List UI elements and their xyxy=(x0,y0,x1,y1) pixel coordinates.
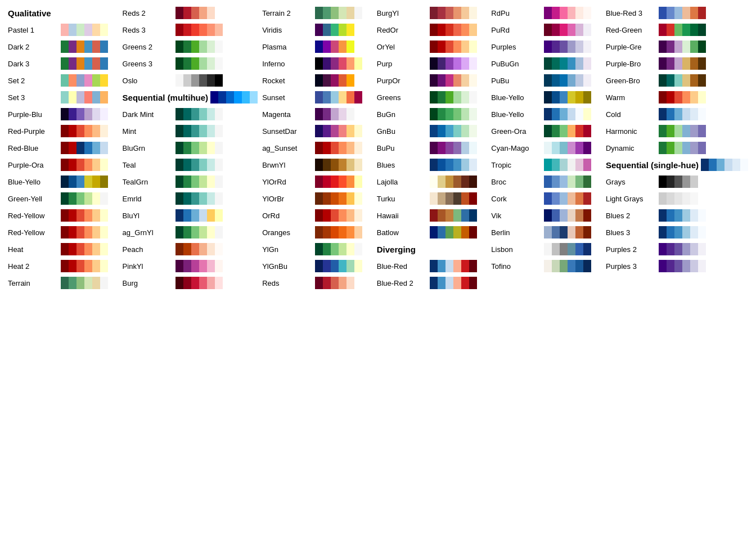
palette-cell: Blues 2 xyxy=(604,208,750,223)
palette-label: Green-Ora xyxy=(491,127,542,136)
palette-label: Qualitative xyxy=(8,8,58,18)
palette-cell: Vik xyxy=(489,208,604,223)
palette-swatch xyxy=(544,24,591,36)
palette-swatch xyxy=(315,24,362,36)
palette-swatch xyxy=(430,192,477,205)
palette-label: Inferno xyxy=(262,60,313,68)
palette-swatch xyxy=(61,277,108,289)
palette-swatch xyxy=(430,226,477,238)
palette-label: Oslo xyxy=(123,76,173,85)
palette-label: Purples xyxy=(491,43,542,51)
palette-swatch xyxy=(61,74,108,87)
palette-swatch xyxy=(315,108,362,120)
palette-swatch xyxy=(659,24,706,36)
palette-cell: Red-Blue xyxy=(6,141,120,155)
palette-label: Reds 3 xyxy=(123,26,173,34)
palette-label: Purple-Blu xyxy=(8,110,58,119)
palette-swatch xyxy=(61,40,108,53)
palette-swatch xyxy=(659,260,706,272)
palette-grid: QualitativeReds 2Terrain 2BurgYlRdPuBlue… xyxy=(6,6,750,290)
palette-label: Sequential (single-hue) xyxy=(606,160,699,170)
palette-swatch xyxy=(176,260,223,272)
palette-cell: Blue-Yello xyxy=(489,107,604,122)
palette-swatch xyxy=(61,192,108,205)
palette-cell: Red-Green xyxy=(604,22,750,37)
palette-label: Turku xyxy=(377,195,428,203)
palette-swatch xyxy=(61,226,108,238)
palette-swatch xyxy=(544,91,591,104)
palette-label: RdPu xyxy=(491,9,542,17)
palette-label: Batlow xyxy=(377,228,428,237)
palette-cell: Purp xyxy=(375,56,489,71)
palette-label: PurpOr xyxy=(377,76,428,85)
palette-swatch xyxy=(315,159,362,171)
palette-swatch xyxy=(430,40,477,53)
palette-label: Magenta xyxy=(262,110,313,119)
palette-label: RedOr xyxy=(377,26,428,34)
palette-swatch xyxy=(430,125,477,137)
palette-swatch xyxy=(544,226,591,238)
palette-label: OrRd xyxy=(262,212,313,220)
palette-label: Sequential (multihue) xyxy=(123,93,209,102)
palette-cell: Rocket xyxy=(260,73,375,88)
palette-cell: Warm xyxy=(604,90,750,105)
palette-label: Terrain xyxy=(8,279,58,287)
palette-cell: Purples 3 xyxy=(604,259,750,273)
palette-cell: Greens xyxy=(375,90,489,105)
palette-label: YlOrRd xyxy=(262,178,313,186)
palette-label: Light Grays xyxy=(606,195,656,203)
palette-cell: Blue-Red 3 xyxy=(604,6,750,20)
palette-swatch xyxy=(61,209,108,222)
palette-label: Dark Mint xyxy=(123,110,173,119)
palette-cell: SunsetDar xyxy=(260,124,375,138)
palette-label: Purple-Gre xyxy=(606,43,656,51)
palette-cell: Tropic xyxy=(489,158,604,172)
palette-cell: TealGrn xyxy=(120,174,260,189)
palette-swatch xyxy=(659,91,706,104)
palette-swatch xyxy=(315,125,362,137)
palette-cell: Burg xyxy=(120,276,260,290)
palette-cell: Grays xyxy=(604,174,750,189)
palette-cell: Dark Mint xyxy=(120,107,260,122)
palette-swatch xyxy=(176,74,223,87)
palette-cell: Blue-Red xyxy=(375,259,489,273)
palette-swatch xyxy=(659,40,706,53)
palette-swatch xyxy=(544,260,591,272)
palette-cell: Set 2 xyxy=(6,73,120,88)
palette-swatch xyxy=(176,209,223,222)
palette-swatch xyxy=(176,226,223,238)
palette-label: Red-Green xyxy=(606,26,656,34)
palette-label: Green-Yell xyxy=(8,195,58,203)
palette-swatch xyxy=(544,243,591,255)
palette-swatch xyxy=(430,57,477,70)
palette-label: Terrain 2 xyxy=(262,9,313,17)
palette-cell: Broc xyxy=(489,174,604,189)
palette-label: Grays xyxy=(606,178,656,186)
palette-swatch xyxy=(659,209,706,222)
palette-cell: Peach xyxy=(120,242,260,256)
palette-cell: Set 3 xyxy=(6,90,120,105)
palette-label: Teal xyxy=(123,161,173,169)
palette-label: Lajolla xyxy=(377,178,428,186)
palette-cell: Sequential (multihue) xyxy=(120,90,260,105)
palette-cell: Oranges xyxy=(260,225,375,240)
palette-cell: Emrld xyxy=(120,191,260,206)
palette-swatch xyxy=(315,192,362,205)
palette-swatch xyxy=(176,159,223,171)
palette-label: Reds 2 xyxy=(123,9,173,17)
palette-swatch xyxy=(61,125,108,137)
palette-cell: Greens 2 xyxy=(120,39,260,54)
palette-label: Greens xyxy=(377,93,428,102)
palette-cell: Teal xyxy=(120,158,260,172)
palette-swatch xyxy=(61,91,108,104)
palette-cell: Terrain 2 xyxy=(260,6,375,20)
palette-swatch xyxy=(430,74,477,87)
palette-label: BuGn xyxy=(377,110,428,119)
palette-label: Reds xyxy=(262,279,313,287)
palette-label: TealGrn xyxy=(123,178,173,186)
palette-cell: Lajolla xyxy=(375,174,489,189)
palette-label: Tropic xyxy=(491,161,542,169)
palette-cell: Reds 2 xyxy=(120,6,260,20)
palette-label: Red-Purple xyxy=(8,127,58,136)
palette-cell: BurgYl xyxy=(375,6,489,20)
